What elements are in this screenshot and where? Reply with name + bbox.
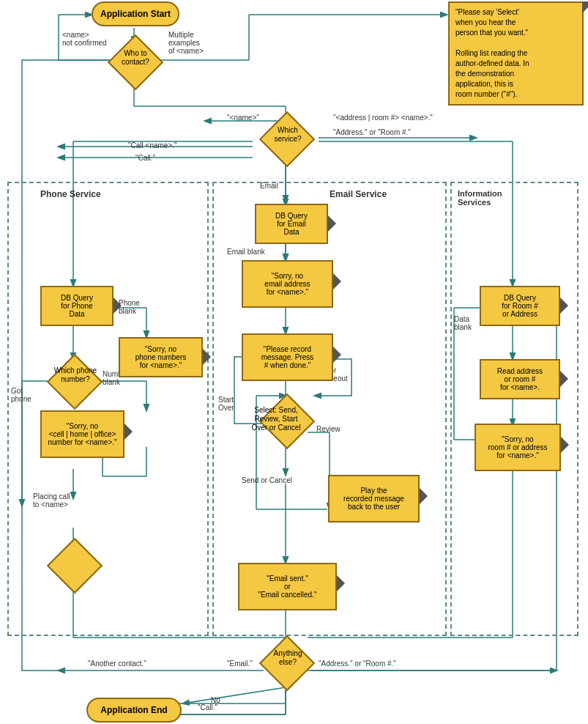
flow-diagram: Application Start "Please say 'Select' w… — [0, 0, 588, 724]
email-section-title: Email Service — [330, 189, 387, 199]
db-room-shape: DB Query for Room # or Address — [480, 286, 560, 326]
email-label: "Email." — [227, 660, 253, 668]
no-label: No — [211, 696, 220, 704]
placing-call-label: Placing call to <name> — [33, 492, 70, 509]
app-start-terminal: Application Start — [92, 1, 179, 26]
address-or-room2-label: "Address." or "Room #." — [319, 660, 396, 668]
got-phone-label: Got phone — [11, 387, 31, 403]
placing-call-diamond — [47, 538, 103, 594]
info-section-border — [450, 182, 578, 636]
db-phone-shape: DB Query for Phone Data — [40, 286, 113, 326]
multiple-examples-label: Multiple examples of <name> — [168, 31, 204, 55]
phone-section-border — [7, 182, 209, 636]
call-quote-label: "Call." — [135, 154, 155, 162]
call-name-label: "Call <name>." — [128, 141, 177, 149]
who-to-contact-label: Who to contact? — [106, 49, 165, 67]
which-phone-label: Which phone number? — [42, 366, 108, 384]
another-contact-label: "Another contact." — [88, 660, 146, 668]
anything-else-label: Anything else? — [255, 649, 321, 667]
phone-section-title: Phone Service — [40, 189, 101, 199]
read-address: Read address or room # for <name>. — [480, 359, 560, 399]
db-email-shape: DB Query for Email Data — [255, 204, 328, 244]
email-sent: "Email sent." or "Email cancelled." — [238, 563, 337, 610]
app-end-terminal: Application End — [86, 698, 182, 723]
address-or-room-label: "Address." or "Room #." — [333, 128, 411, 136]
address-room-label: "<address | room #> <name>." — [333, 114, 433, 122]
note-text: "Please say 'Select' when you hear the p… — [455, 8, 529, 98]
send-cancel-label: Send or Cancel — [242, 476, 292, 484]
email-flow-label: Email — [260, 182, 278, 190]
please-say-note: "Please say 'Select' when you hear the p… — [448, 1, 584, 106]
sorry-no-cell: "Sorry, no <cell | home | office> number… — [40, 410, 124, 458]
sorry-no-email: "Sorry, no email address for <name>." — [242, 260, 333, 308]
please-record: "Please record message. Press # when don… — [242, 333, 333, 381]
name-quote-label: "<name>" — [227, 114, 259, 122]
name-not-confirmed-label: <name> not confirmed — [62, 31, 107, 47]
play-recorded: Play the recorded message back to the us… — [328, 475, 420, 522]
sorry-no-room: "Sorry, no room # or address for <name>.… — [475, 424, 561, 471]
info-section-title: Information Services — [458, 189, 502, 207]
select-menu-label: Select: Send, Review, Start Over or Canc… — [228, 406, 324, 432]
call-bottom-label: "Call." — [198, 703, 217, 712]
email-blank-label: Email blank — [227, 248, 265, 256]
svg-line-59 — [183, 687, 286, 703]
phone-blank-label: Phone blank — [119, 299, 140, 315]
sorry-no-phone-numbers: "Sorry, no phone numbers for <name>." — [119, 337, 203, 377]
app-start-label: Application Start — [100, 9, 171, 19]
note-fold — [582, 1, 588, 13]
which-service-label: Which service? — [258, 126, 317, 144]
data-blank-label: Data blank — [454, 315, 472, 331]
